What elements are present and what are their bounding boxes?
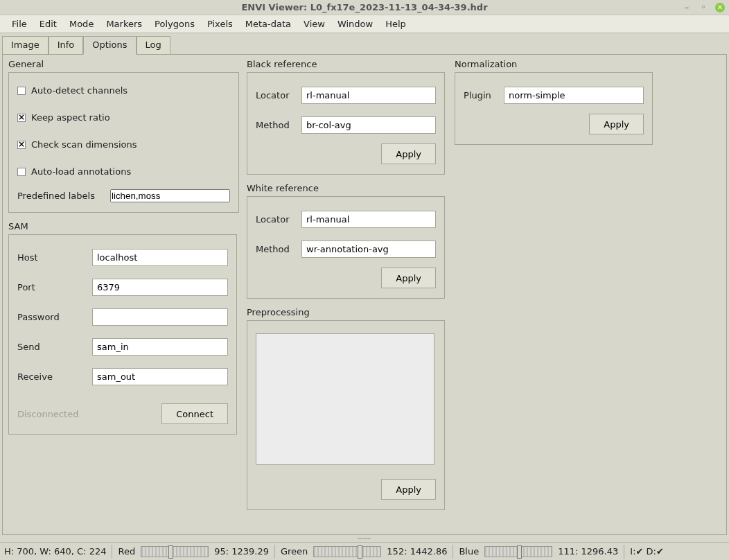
checkbox-label: Auto-load annotations xyxy=(31,166,131,177)
status-blue-value: 111: 1296.43 xyxy=(558,546,618,557)
white-method-input[interactable] xyxy=(301,240,436,258)
tabbar: Image Info Options Log xyxy=(2,35,727,54)
blue-slider[interactable] xyxy=(484,546,552,557)
tab-image[interactable]: Image xyxy=(2,36,49,55)
white-ref-title: White reference xyxy=(247,183,445,193)
norm-apply-button[interactable]: Apply xyxy=(589,114,644,134)
port-label: Port xyxy=(17,282,92,292)
sam-title: SAM xyxy=(8,221,237,231)
minimize-icon[interactable]: – xyxy=(682,3,692,12)
status-blue-label: Blue xyxy=(459,546,479,557)
host-label: Host xyxy=(17,252,92,263)
password-input[interactable] xyxy=(92,308,228,326)
norm-title: Normalization xyxy=(455,59,653,69)
norm-group: Plugin Apply xyxy=(455,72,653,145)
norm-plugin-input[interactable] xyxy=(504,87,644,104)
receive-label: Receive xyxy=(17,371,92,382)
black-method-label: Method xyxy=(256,120,301,130)
menu-metadata[interactable]: Meta-data xyxy=(239,17,297,31)
preproc-apply-button[interactable]: Apply xyxy=(381,479,436,500)
tab-info[interactable]: Info xyxy=(49,36,84,55)
checkbox-icon xyxy=(17,141,26,149)
status-io: I:✔ D:✔ xyxy=(630,546,664,557)
checkbox-icon xyxy=(17,168,26,176)
send-input[interactable] xyxy=(92,338,228,356)
white-locator-label: Locator xyxy=(256,214,301,225)
green-slider[interactable] xyxy=(313,546,381,557)
checkbox-icon xyxy=(17,87,26,95)
maximize-icon[interactable]: ◦ xyxy=(699,3,708,12)
menu-edit[interactable]: Edit xyxy=(33,17,63,31)
sam-status: Disconnected xyxy=(17,409,78,419)
preproc-group: Apply xyxy=(247,320,445,510)
black-locator-label: Locator xyxy=(256,90,301,100)
tab-options-page: General Auto-detect channels Keep aspect… xyxy=(2,54,727,535)
norm-plugin-label: Plugin xyxy=(464,90,504,100)
general-group: Auto-detect channels Keep aspect ratio C… xyxy=(8,72,239,213)
status-dims: H: 700, W: 640, C: 224 xyxy=(4,546,106,557)
checkbox-label: Keep aspect ratio xyxy=(31,112,110,123)
menu-window[interactable]: Window xyxy=(331,17,379,31)
checkbox-auto-load[interactable]: Auto-load annotations xyxy=(17,166,230,177)
checkbox-check-scan[interactable]: Check scan dimensions xyxy=(17,139,230,150)
menu-view[interactable]: View xyxy=(297,17,331,31)
host-input[interactable] xyxy=(92,249,228,266)
sam-group: Host Port Password Send Receive Disconne… xyxy=(8,234,237,435)
statusbar: H: 700, W: 640, C: 224 Red 95: 1239.29 G… xyxy=(0,542,729,560)
password-label: Password xyxy=(17,312,92,322)
status-green-value: 152: 1442.86 xyxy=(387,546,447,557)
menu-help[interactable]: Help xyxy=(379,17,412,31)
close-icon[interactable]: ✕ xyxy=(715,3,725,12)
menubar: File Edit Mode Markers Polygons Pixels M… xyxy=(0,15,729,33)
checkbox-keep-aspect[interactable]: Keep aspect ratio xyxy=(17,112,230,123)
general-title: General xyxy=(8,59,237,69)
status-red-label: Red xyxy=(118,546,135,557)
white-locator-input[interactable] xyxy=(301,211,436,228)
menu-markers[interactable]: Markers xyxy=(100,17,148,31)
menu-file[interactable]: File xyxy=(6,17,33,31)
tab-options[interactable]: Options xyxy=(83,36,136,55)
checkbox-icon xyxy=(17,114,26,122)
red-slider[interactable] xyxy=(141,546,209,557)
titlebar: ENVI Viewer: L0_fx17e_2023-11-13_04-34-3… xyxy=(0,0,729,15)
white-method-label: Method xyxy=(256,244,301,254)
port-input[interactable] xyxy=(92,279,228,296)
grip-handle[interactable]: ┅┅┅ xyxy=(0,535,729,542)
checkbox-label: Auto-detect channels xyxy=(31,85,128,96)
white-ref-group: Locator Method Apply xyxy=(247,196,445,299)
preproc-title: Preprocessing xyxy=(247,307,445,317)
predefined-labels-label: Predefined labels xyxy=(17,191,110,201)
tab-log[interactable]: Log xyxy=(137,36,170,55)
receive-input[interactable] xyxy=(92,368,228,385)
window-title: ENVI Viewer: L0_fx17e_2023-11-13_04-34-3… xyxy=(241,2,487,12)
black-ref-title: Black reference xyxy=(247,59,445,69)
preproc-list[interactable] xyxy=(256,333,434,465)
send-label: Send xyxy=(17,342,92,352)
menu-mode[interactable]: Mode xyxy=(63,17,100,31)
status-green-label: Green xyxy=(281,546,308,557)
menu-polygons[interactable]: Polygons xyxy=(148,17,201,31)
black-method-input[interactable] xyxy=(301,116,436,134)
checkbox-label: Check scan dimensions xyxy=(31,139,137,150)
connect-button[interactable]: Connect xyxy=(161,403,228,424)
black-apply-button[interactable]: Apply xyxy=(381,143,436,164)
checkbox-auto-detect[interactable]: Auto-detect channels xyxy=(17,85,230,96)
status-red-value: 95: 1239.29 xyxy=(214,546,269,557)
window-controls: – ◦ ✕ xyxy=(682,3,725,12)
menu-pixels[interactable]: Pixels xyxy=(201,17,239,31)
predefined-labels-input[interactable] xyxy=(110,189,230,202)
white-apply-button[interactable]: Apply xyxy=(381,268,436,288)
black-locator-input[interactable] xyxy=(301,87,436,104)
black-ref-group: Locator Method Apply xyxy=(247,72,445,175)
